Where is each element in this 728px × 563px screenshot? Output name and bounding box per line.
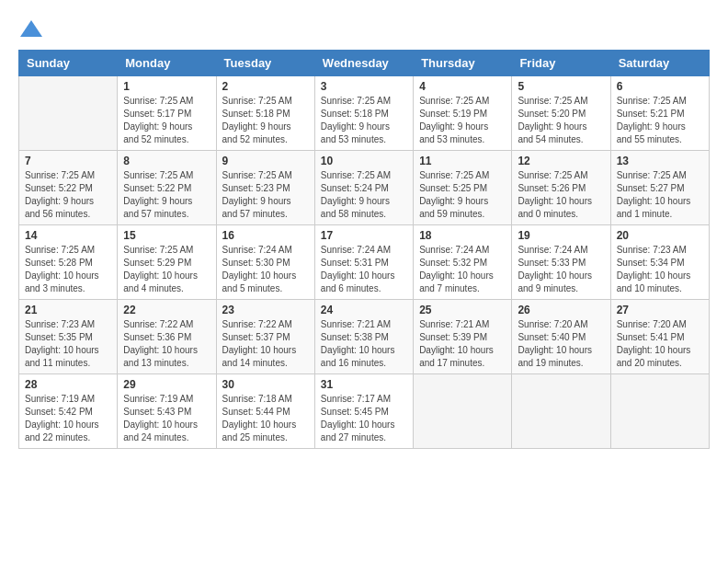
weekday-header-tuesday: Tuesday [216, 51, 314, 76]
day-number: 18 [419, 229, 506, 242]
day-number: 8 [123, 155, 210, 167]
day-info: Sunrise: 7:19 AMSunset: 5:43 PMDaylight:… [123, 393, 210, 444]
calendar-cell [19, 76, 118, 151]
day-number: 20 [617, 229, 703, 242]
calendar-week-row: 14Sunrise: 7:25 AMSunset: 5:28 PMDayligh… [19, 225, 710, 300]
weekday-header-friday: Friday [512, 51, 610, 76]
day-info: Sunrise: 7:25 AMSunset: 5:20 PMDaylight:… [518, 95, 604, 146]
logo-icon [18, 18, 44, 40]
calendar-week-row: 21Sunrise: 7:23 AMSunset: 5:35 PMDayligh… [19, 300, 710, 374]
day-number: 26 [518, 304, 604, 316]
day-info: Sunrise: 7:23 AMSunset: 5:35 PMDaylight:… [25, 318, 111, 370]
day-number: 5 [518, 80, 604, 93]
day-info: Sunrise: 7:25 AMSunset: 5:27 PMDaylight:… [617, 169, 703, 221]
day-number: 30 [222, 378, 309, 391]
svg-marker-0 [20, 20, 42, 37]
calendar-cell: 15Sunrise: 7:25 AMSunset: 5:29 PMDayligh… [118, 225, 216, 300]
day-info: Sunrise: 7:17 AMSunset: 5:45 PMDaylight:… [321, 393, 407, 444]
calendar-cell: 20Sunrise: 7:23 AMSunset: 5:34 PMDayligh… [610, 225, 709, 300]
calendar-header-row: SundayMondayTuesdayWednesdayThursdayFrid… [19, 51, 710, 76]
calendar-week-row: 28Sunrise: 7:19 AMSunset: 5:42 PMDayligh… [19, 374, 710, 449]
calendar-cell: 27Sunrise: 7:20 AMSunset: 5:41 PMDayligh… [610, 300, 709, 374]
calendar-cell: 18Sunrise: 7:24 AMSunset: 5:32 PMDayligh… [414, 225, 512, 300]
day-number: 21 [25, 304, 111, 316]
day-number: 11 [419, 155, 506, 167]
calendar-cell: 23Sunrise: 7:22 AMSunset: 5:37 PMDayligh… [216, 300, 314, 374]
calendar-cell: 31Sunrise: 7:17 AMSunset: 5:45 PMDayligh… [314, 374, 413, 449]
day-info: Sunrise: 7:23 AMSunset: 5:34 PMDaylight:… [617, 244, 703, 295]
calendar-cell: 14Sunrise: 7:25 AMSunset: 5:28 PMDayligh… [19, 225, 118, 300]
day-number: 16 [222, 229, 309, 242]
calendar-cell: 22Sunrise: 7:22 AMSunset: 5:36 PMDayligh… [118, 300, 216, 374]
day-number: 14 [25, 229, 111, 242]
calendar-cell: 11Sunrise: 7:25 AMSunset: 5:25 PMDayligh… [414, 151, 512, 225]
calendar-table: SundayMondayTuesdayWednesdayThursdayFrid… [18, 50, 710, 449]
day-info: Sunrise: 7:25 AMSunset: 5:25 PMDaylight:… [419, 169, 506, 221]
calendar-cell: 6Sunrise: 7:25 AMSunset: 5:21 PMDaylight… [610, 76, 709, 151]
calendar-cell: 24Sunrise: 7:21 AMSunset: 5:38 PMDayligh… [314, 300, 413, 374]
day-number: 7 [25, 155, 111, 167]
day-info: Sunrise: 7:25 AMSunset: 5:29 PMDaylight:… [123, 244, 210, 295]
day-number: 27 [617, 304, 703, 316]
calendar-cell: 10Sunrise: 7:25 AMSunset: 5:24 PMDayligh… [314, 151, 413, 225]
day-number: 23 [222, 304, 309, 316]
calendar-cell [414, 374, 512, 449]
day-number: 19 [518, 229, 604, 242]
day-number: 25 [419, 304, 506, 316]
day-info: Sunrise: 7:25 AMSunset: 5:22 PMDaylight:… [123, 169, 210, 221]
calendar-cell: 5Sunrise: 7:25 AMSunset: 5:20 PMDaylight… [512, 76, 610, 151]
calendar-cell: 4Sunrise: 7:25 AMSunset: 5:19 PMDaylight… [414, 76, 512, 151]
day-info: Sunrise: 7:20 AMSunset: 5:41 PMDaylight:… [617, 318, 703, 370]
day-info: Sunrise: 7:25 AMSunset: 5:18 PMDaylight:… [321, 95, 407, 146]
calendar-cell: 17Sunrise: 7:24 AMSunset: 5:31 PMDayligh… [314, 225, 413, 300]
day-number: 12 [518, 155, 604, 167]
day-info: Sunrise: 7:25 AMSunset: 5:22 PMDaylight:… [25, 169, 111, 221]
day-info: Sunrise: 7:22 AMSunset: 5:37 PMDaylight:… [222, 318, 309, 370]
day-info: Sunrise: 7:24 AMSunset: 5:31 PMDaylight:… [321, 244, 407, 295]
day-info: Sunrise: 7:21 AMSunset: 5:38 PMDaylight:… [321, 318, 407, 370]
day-number: 10 [321, 155, 407, 167]
day-number: 28 [25, 378, 111, 391]
calendar-cell: 21Sunrise: 7:23 AMSunset: 5:35 PMDayligh… [19, 300, 118, 374]
day-info: Sunrise: 7:24 AMSunset: 5:33 PMDaylight:… [518, 244, 604, 295]
calendar-cell: 8Sunrise: 7:25 AMSunset: 5:22 PMDaylight… [118, 151, 216, 225]
day-info: Sunrise: 7:19 AMSunset: 5:42 PMDaylight:… [25, 393, 111, 444]
day-number: 6 [617, 80, 703, 93]
calendar-cell: 28Sunrise: 7:19 AMSunset: 5:42 PMDayligh… [19, 374, 118, 449]
day-info: Sunrise: 7:25 AMSunset: 5:24 PMDaylight:… [321, 169, 407, 221]
day-info: Sunrise: 7:25 AMSunset: 5:28 PMDaylight:… [25, 244, 111, 295]
day-info: Sunrise: 7:24 AMSunset: 5:32 PMDaylight:… [419, 244, 506, 295]
day-number: 24 [321, 304, 407, 316]
day-info: Sunrise: 7:25 AMSunset: 5:17 PMDaylight:… [123, 95, 210, 146]
calendar-cell: 7Sunrise: 7:25 AMSunset: 5:22 PMDaylight… [19, 151, 118, 225]
calendar-week-row: 7Sunrise: 7:25 AMSunset: 5:22 PMDaylight… [19, 151, 710, 225]
calendar-cell: 1Sunrise: 7:25 AMSunset: 5:17 PMDaylight… [118, 76, 216, 151]
day-number: 3 [321, 80, 407, 93]
day-info: Sunrise: 7:18 AMSunset: 5:44 PMDaylight:… [222, 393, 309, 444]
calendar-cell: 12Sunrise: 7:25 AMSunset: 5:26 PMDayligh… [512, 151, 610, 225]
calendar-cell: 26Sunrise: 7:20 AMSunset: 5:40 PMDayligh… [512, 300, 610, 374]
calendar-cell: 3Sunrise: 7:25 AMSunset: 5:18 PMDaylight… [314, 76, 413, 151]
day-info: Sunrise: 7:22 AMSunset: 5:36 PMDaylight:… [123, 318, 210, 370]
day-number: 2 [222, 80, 309, 93]
calendar-cell: 29Sunrise: 7:19 AMSunset: 5:43 PMDayligh… [118, 374, 216, 449]
weekday-header-monday: Monday [118, 51, 216, 76]
day-info: Sunrise: 7:25 AMSunset: 5:23 PMDaylight:… [222, 169, 309, 221]
day-info: Sunrise: 7:25 AMSunset: 5:18 PMDaylight:… [222, 95, 309, 146]
day-info: Sunrise: 7:25 AMSunset: 5:26 PMDaylight:… [518, 169, 604, 221]
weekday-header-sunday: Sunday [19, 51, 118, 76]
day-number: 13 [617, 155, 703, 167]
weekday-header-saturday: Saturday [610, 51, 709, 76]
page-header [18, 18, 710, 40]
day-info: Sunrise: 7:25 AMSunset: 5:21 PMDaylight:… [617, 95, 703, 146]
logo [18, 18, 48, 40]
calendar-week-row: 1Sunrise: 7:25 AMSunset: 5:17 PMDaylight… [19, 76, 710, 151]
day-info: Sunrise: 7:24 AMSunset: 5:30 PMDaylight:… [222, 244, 309, 295]
weekday-header-thursday: Thursday [414, 51, 512, 76]
day-number: 31 [321, 378, 407, 391]
calendar-cell [512, 374, 610, 449]
day-number: 1 [123, 80, 210, 93]
calendar-cell [610, 374, 709, 449]
calendar-cell: 19Sunrise: 7:24 AMSunset: 5:33 PMDayligh… [512, 225, 610, 300]
day-info: Sunrise: 7:20 AMSunset: 5:40 PMDaylight:… [518, 318, 604, 370]
